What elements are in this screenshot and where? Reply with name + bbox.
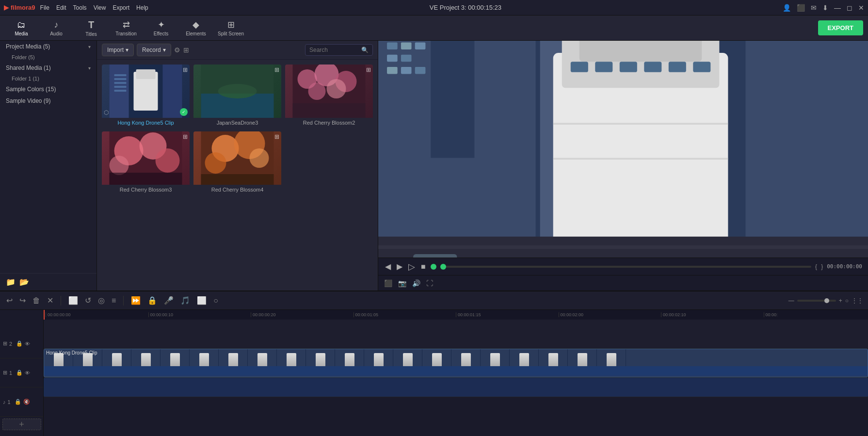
shared-media-item[interactable]: Shared Media (1) ▾ — [0, 62, 96, 74]
voiceover-button[interactable]: 🎤 — [162, 294, 175, 307]
filter-icon[interactable]: ⚙ — [174, 46, 180, 54]
toolbar-elements[interactable]: ◆ Elements — [179, 17, 212, 39]
audio-button[interactable]: ≡ — [110, 295, 117, 307]
menu-bar: File Edit Tools View Export Help — [40, 4, 148, 11]
menu-help[interactable]: Help — [136, 4, 148, 11]
speed-button[interactable]: ⏩ — [129, 294, 142, 307]
folder1-item[interactable]: Folder 1 (1) — [0, 74, 96, 83]
music-button[interactable]: 🎵 — [179, 294, 192, 307]
rotate-button[interactable]: ↺ — [83, 294, 93, 307]
record-button[interactable]: Record ▾ — [137, 44, 171, 56]
grid-view-icon[interactable]: ⊞ — [183, 46, 189, 54]
track-a1-mute-icon[interactable]: 🔇 — [23, 399, 30, 405]
folder-item[interactable]: Folder (5) — [0, 52, 96, 62]
sample-colors-item[interactable]: Sample Colors (15) — [0, 83, 96, 95]
zoom-out-icon[interactable]: — — [788, 297, 794, 304]
menu-file[interactable]: File — [40, 4, 49, 11]
svg-rect-6 — [114, 74, 127, 76]
timeline-area: ↩ ↪ 🗑 ✕ ⬜ ↺ ◎ ≡ ⏩ 🔒 🎤 🎵 ⬜ ○ — + ○ ⋮⋮ — [0, 291, 868, 436]
screenshot-button[interactable]: ⬛ — [384, 279, 392, 287]
cut-button[interactable]: ✕ — [46, 294, 55, 307]
svg-rect-59 — [595, 62, 612, 72]
fullscreen-button[interactable]: ⛶ — [426, 279, 433, 287]
progress-bar[interactable] — [440, 266, 811, 268]
close-button[interactable]: ✕ — [858, 4, 864, 12]
main-toolbar: 🗂 Media ♪ Audio T Titles ⇄ Transition ✦ … — [0, 16, 868, 41]
thumb-svg-2 — [193, 65, 281, 118]
camera-button[interactable]: 📷 — [398, 279, 406, 287]
add-track-button[interactable]: + — [2, 419, 41, 430]
toolbar-titles[interactable]: T Titles — [75, 17, 108, 39]
menu-export[interactable]: Export — [113, 4, 129, 11]
track-v2-number: 2 — [9, 341, 12, 347]
media-item-2[interactable]: ⊞ JapanSeaDrone3 — [193, 65, 281, 128]
track-v2-lock-icon[interactable]: 🔒 — [16, 340, 23, 347]
minimize-button[interactable]: — — [834, 4, 841, 12]
logo-icon: ▶ — [4, 4, 9, 11]
menu-edit[interactable]: Edit — [56, 4, 66, 11]
zoom-in-icon[interactable]: + — [839, 297, 842, 304]
export-button[interactable]: EXPORT — [818, 20, 863, 35]
app-logo: ▶ filmora9 — [4, 4, 35, 11]
import-button[interactable]: Import ▾ — [102, 44, 134, 56]
sample-video-item[interactable]: Sample Video (9) — [0, 95, 96, 107]
playhead[interactable] — [44, 310, 45, 320]
media-label-5: Red Cherry Blossom4 — [193, 185, 281, 194]
media-item-1[interactable]: ⊞ ⬡ ✓ — [102, 65, 190, 128]
track-v2[interactable] — [44, 320, 868, 349]
redo-button[interactable]: ↪ — [18, 294, 27, 307]
zoom-slider[interactable] — [797, 300, 836, 302]
logo-text: filmora9 — [11, 4, 35, 11]
volume-button[interactable]: 🔊 — [412, 279, 420, 287]
toolbar-media[interactable]: 🗂 Media — [5, 17, 38, 39]
add-folder-icon[interactable]: 📁 — [6, 277, 16, 287]
svg-rect-45 — [387, 55, 398, 62]
undo-button[interactable]: ↩ — [5, 294, 14, 307]
download-icon[interactable]: ⬇ — [822, 4, 828, 12]
timeline-settings-icon[interactable]: ⋮⋮ — [852, 297, 863, 304]
toolbar-audio[interactable]: ♪ Audio — [40, 17, 73, 39]
media-item-5[interactable]: ⊞ Red Cherry Blossom4 — [193, 131, 281, 194]
mail-icon[interactable]: ✉ — [811, 4, 817, 12]
clip-hk-drone[interactable]: Hong Kong Drone5 Clip — [44, 349, 868, 377]
snapshot-button[interactable]: ○ — [212, 295, 220, 307]
svg-rect-60 — [620, 62, 637, 72]
toolbar-splitscreen[interactable]: ⊞ Split Screen — [214, 17, 247, 39]
track-v2-eye-icon[interactable]: 👁 — [25, 341, 30, 347]
store-icon[interactable]: ⬛ — [797, 4, 805, 12]
play-alt-button[interactable]: ▷ — [407, 260, 416, 273]
remove-folder-icon[interactable]: 📂 — [19, 277, 29, 287]
search-input[interactable] — [309, 47, 359, 53]
project-media-item[interactable]: Project Media (5) ▾ — [0, 41, 96, 52]
search-icon[interactable]: 🔍 — [361, 47, 369, 53]
toolbar-effects[interactable]: ✦ Effects — [145, 17, 177, 39]
track-a1-lock-icon[interactable]: 🔒 — [15, 399, 21, 405]
preview-panel: ◀ ▶ ▷ ■ { } 00:00:00:00 ⬛ 📷 🔊 ⛶ — [378, 41, 868, 291]
media-item-4[interactable]: ⊞ Red Cherry Blossom3 — [102, 131, 190, 194]
svg-rect-21 — [293, 103, 366, 118]
maximize-button[interactable]: ◻ — [847, 4, 852, 12]
prev-frame-button[interactable]: ◀ — [384, 261, 392, 272]
track-v1-lock-icon[interactable]: 🔒 — [16, 370, 23, 376]
stop-button[interactable]: ■ — [420, 261, 427, 272]
stabilize-button[interactable]: 🔒 — [146, 294, 159, 307]
svg-rect-48 — [401, 67, 412, 74]
account-icon[interactable]: 👤 — [783, 4, 791, 12]
delete-button[interactable]: 🗑 — [31, 295, 42, 307]
track-v1[interactable]: Hong Kong Drone5 Clip — [44, 349, 868, 378]
play-button[interactable]: ▶ — [396, 261, 403, 272]
toolbar-transition[interactable]: ⇄ Transition — [110, 17, 143, 39]
record-chevron: ▾ — [163, 47, 166, 53]
media-item-3[interactable]: ⊞ Red Cherry Blossom2 — [285, 65, 373, 128]
crop-button[interactable]: ⬜ — [67, 294, 80, 307]
track-a1[interactable] — [44, 378, 868, 397]
ruler-mark-0: 00:00:00:00 — [46, 312, 148, 317]
menu-tools[interactable]: Tools — [73, 4, 87, 11]
sample-colors-label: Sample Colors (15) — [6, 86, 56, 93]
menu-view[interactable]: View — [94, 4, 106, 11]
zoom-fit-icon[interactable]: ○ — [845, 297, 849, 304]
subtitle-button[interactable]: ⬜ — [195, 294, 208, 307]
svg-rect-33 — [201, 174, 274, 185]
color-button[interactable]: ◎ — [96, 294, 106, 307]
track-v1-eye-icon[interactable]: 👁 — [25, 370, 30, 376]
